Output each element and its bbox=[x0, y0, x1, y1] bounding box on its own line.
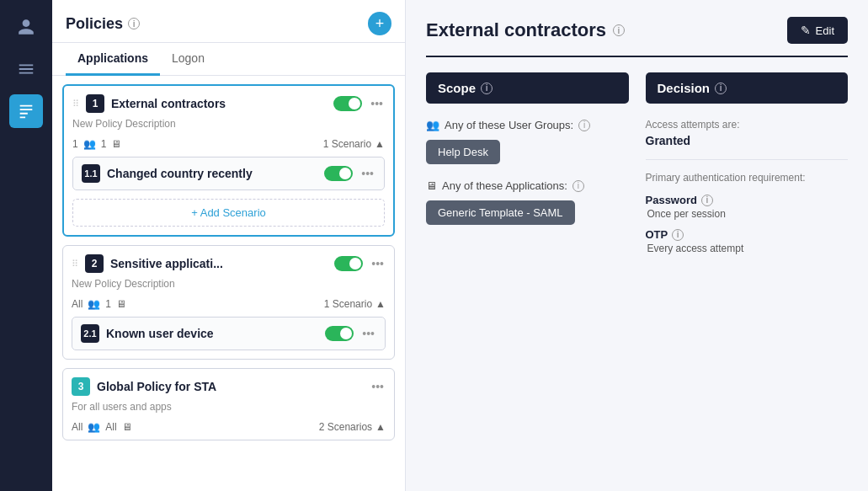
otp-info-icon[interactable]: i bbox=[672, 229, 684, 241]
auth-password-sub: Once per session bbox=[646, 208, 849, 220]
policy-2-scenario-count[interactable]: 1 Scenario ▲ bbox=[324, 298, 386, 310]
policy-1-header[interactable]: ⠿ 1 External contractors ••• bbox=[64, 86, 393, 118]
chevron-up-icon-2: ▲ bbox=[375, 298, 386, 310]
policy-1-num: 1 bbox=[86, 94, 104, 113]
user-groups-info-icon[interactable]: i bbox=[578, 120, 590, 131]
edit-button[interactable]: ✎ Edit bbox=[787, 17, 848, 44]
policy-3-apps: All bbox=[105, 421, 116, 433]
chevron-up-icon-3: ▲ bbox=[375, 421, 386, 433]
add-policy-button[interactable]: + bbox=[368, 12, 391, 35]
auth-otp-sub: Every access attempt bbox=[646, 243, 849, 254]
policy-2-stats: All 👥 1 🖥 bbox=[72, 298, 126, 310]
policy-2-more[interactable]: ••• bbox=[370, 257, 386, 270]
policy-1-desc: New Policy Description bbox=[64, 118, 393, 135]
users-group-icon-2: 👥 bbox=[88, 298, 100, 310]
policy-1-users: 1 bbox=[72, 138, 78, 150]
scope-info-icon[interactable]: i bbox=[481, 83, 493, 94]
policy-1-toggle[interactable] bbox=[333, 96, 362, 111]
policies-info-icon[interactable]: i bbox=[128, 18, 140, 29]
apps-icon: 🖥 bbox=[111, 138, 121, 150]
scenario-2-1[interactable]: 2.1 Known user device ••• bbox=[72, 317, 386, 350]
sidebar-title-text: Policies bbox=[66, 15, 123, 33]
edit-label: Edit bbox=[816, 24, 834, 37]
policy-3-footer: All 👥 All 🖥 2 Scenarios ▲ bbox=[63, 418, 394, 440]
main-title-text: External contractors bbox=[426, 19, 606, 41]
app-tag[interactable]: Generic Template - SAML bbox=[426, 200, 575, 225]
policy-1-scenario-count[interactable]: 1 Scenario ▲ bbox=[323, 138, 385, 150]
access-section: Access attempts are: Granted bbox=[646, 119, 849, 160]
nav-icon-users[interactable] bbox=[9, 10, 43, 44]
applications-label: 🖥 Any of these Applications: i bbox=[426, 179, 629, 192]
nav-icon-policies[interactable] bbox=[9, 94, 43, 128]
policy-3-users: All bbox=[72, 421, 83, 433]
sidebar-title: Policies i bbox=[66, 15, 140, 33]
scenario-2-1-name: Known user device bbox=[106, 327, 318, 340]
auth-requirement-label: Primary authentication requirement: bbox=[646, 172, 849, 184]
policy-2-name: Sensitive applicati... bbox=[110, 257, 327, 270]
detail-columns: Scope i 👥 Any of these User Groups: i He… bbox=[426, 72, 848, 263]
scenario-2-1-num: 2.1 bbox=[81, 324, 99, 343]
scenario-1-1-more[interactable]: ••• bbox=[359, 167, 375, 180]
policy-item-1[interactable]: ⠿ 1 External contractors ••• New Policy … bbox=[62, 84, 395, 237]
policy-2-toggle[interactable] bbox=[334, 256, 363, 271]
apps-icon-3: 🖥 bbox=[122, 421, 132, 433]
main-title: External contractors i bbox=[426, 19, 625, 41]
policy-3-scenario-count[interactable]: 2 Scenarios ▲ bbox=[319, 421, 386, 433]
scope-header: Scope i bbox=[426, 72, 629, 104]
scenario-1-1[interactable]: 1.1 Changed country recently ••• bbox=[72, 157, 385, 190]
policy-1-stats: 1 👥 1 🖥 bbox=[72, 138, 121, 150]
add-scenario-button[interactable]: + Add Scenario bbox=[72, 199, 385, 227]
scenario-1-1-header: 1.1 Changed country recently ••• bbox=[73, 157, 384, 189]
users-group-icon: 👥 bbox=[83, 138, 96, 150]
policy-3-more[interactable]: ••• bbox=[370, 380, 386, 393]
policy-3-desc: For all users and apps bbox=[63, 401, 394, 418]
policy-2-header[interactable]: ⠿ 2 Sensitive applicati... ••• bbox=[63, 246, 394, 278]
scenario-2-1-toggle[interactable] bbox=[325, 326, 354, 341]
policy-2-footer: All 👥 1 🖥 1 Scenario ▲ bbox=[63, 295, 394, 317]
scenario-2-1-header: 2.1 Known user device ••• bbox=[72, 318, 385, 350]
policy-2-desc: New Policy Description bbox=[63, 278, 394, 295]
policy-list: ⠿ 1 External contractors ••• New Policy … bbox=[52, 76, 405, 491]
drag-handle-1: ⠿ bbox=[72, 99, 79, 109]
password-info-icon[interactable]: i bbox=[701, 195, 713, 206]
tab-applications[interactable]: Applications bbox=[66, 43, 160, 76]
drag-handle-2: ⠿ bbox=[72, 259, 78, 270]
policy-2-apps: 1 bbox=[105, 298, 111, 310]
scenario-1-1-num: 1.1 bbox=[82, 164, 100, 183]
left-navigation bbox=[0, 0, 52, 491]
access-value: Granted bbox=[646, 134, 849, 147]
tab-logon[interactable]: Logon bbox=[160, 43, 216, 76]
applications-info-icon[interactable]: i bbox=[572, 180, 584, 192]
auth-item-otp: OTP i Every access attempt bbox=[646, 228, 849, 254]
policy-1-more[interactable]: ••• bbox=[369, 97, 385, 110]
policy-3-header[interactable]: 3 Global Policy for STA ••• bbox=[63, 369, 394, 401]
scenario-2-1-more[interactable]: ••• bbox=[360, 327, 376, 340]
user-group-tag[interactable]: Help Desk bbox=[426, 140, 500, 164]
main-title-info-icon[interactable]: i bbox=[613, 24, 625, 36]
decision-info-icon[interactable]: i bbox=[715, 83, 727, 94]
policy-item-2[interactable]: ⠿ 2 Sensitive applicati... ••• New Polic… bbox=[62, 245, 395, 360]
edit-icon: ✎ bbox=[801, 24, 811, 37]
auth-item-password: Password i Once per session bbox=[646, 194, 849, 220]
scope-column: Scope i 👥 Any of these User Groups: i He… bbox=[426, 72, 629, 263]
policy-3-num: 3 bbox=[72, 377, 90, 396]
access-label: Access attempts are: bbox=[646, 119, 849, 131]
users-group-icon-3: 👥 bbox=[88, 421, 100, 433]
scenario-1-1-toggle[interactable] bbox=[324, 166, 353, 181]
policy-2-num: 2 bbox=[85, 254, 104, 273]
chevron-up-icon: ▲ bbox=[375, 138, 385, 150]
policy-1-name: External contractors bbox=[111, 97, 327, 110]
decision-header: Decision i bbox=[646, 72, 849, 104]
tabs-bar: Applications Logon bbox=[52, 43, 405, 76]
policy-2-users: All bbox=[72, 298, 83, 310]
policy-item-3[interactable]: 3 Global Policy for STA ••• For all user… bbox=[62, 368, 395, 440]
decision-column: Decision i Access attempts are: Granted … bbox=[646, 72, 849, 263]
policy-3-name: Global Policy for STA bbox=[97, 380, 363, 393]
nav-icon-layers[interactable] bbox=[9, 52, 43, 86]
auth-otp-title: OTP i bbox=[646, 228, 849, 241]
user-groups-label: 👥 Any of these User Groups: i bbox=[426, 119, 629, 131]
auth-section: Primary authentication requirement: Pass… bbox=[646, 172, 849, 254]
sidebar: Policies i + Applications Logon ⠿ 1 Exte… bbox=[52, 0, 406, 491]
main-header: External contractors i ✎ Edit bbox=[426, 17, 848, 57]
policy-3-stats: All 👥 All 🖥 bbox=[72, 421, 132, 433]
